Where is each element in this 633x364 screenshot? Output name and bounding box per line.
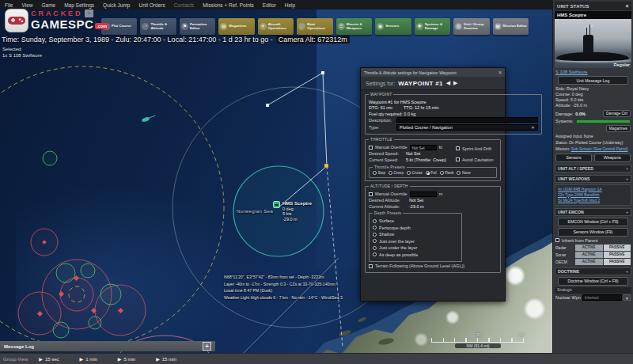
magazines-button[interactable]: ▤ Magazines: [218, 18, 254, 35]
sonar-passive-button[interactable]: PASSIVE: [604, 252, 631, 258]
avoid-cavitation-checkbox[interactable]: [456, 157, 460, 161]
nuclear-weapon-dropdown-icon[interactable]: ▼: [624, 294, 631, 301]
description-input[interactable]: [396, 117, 538, 123]
mounts-weapons-button[interactable]: ☰ Mounts & Weapons: [336, 18, 372, 35]
boat-operations-button[interactable]: ⚓ Boat Operations: [297, 18, 332, 35]
mission-link[interactable]: Sub Screen (Sea Control Patrol): [571, 146, 628, 151]
depth-shallow-radio[interactable]: [373, 233, 377, 237]
preset-flank-radio[interactable]: [440, 171, 444, 175]
sensors-panel-button[interactable]: Sensors: [555, 154, 592, 162]
preset-cruise[interactable]: Cruise: [407, 171, 423, 175]
weapon-link-bandfish[interactable]: 22x Type 2066 Bandfish: [558, 192, 628, 198]
submarine-unit-icon[interactable]: [273, 201, 280, 208]
depth-over-layer-radio[interactable]: [373, 239, 377, 243]
menu-editor[interactable]: Editor: [263, 2, 276, 8]
preset-stop-radio[interactable]: [373, 171, 377, 175]
formation-editor-button[interactable]: ⚑ Formation Editor: [180, 18, 215, 35]
preset-none-label: None: [462, 171, 471, 175]
menu-game[interactable]: Game: [41, 2, 55, 8]
speed-15sec-button[interactable]: ▶ 15 sec: [39, 356, 59, 362]
menu-help[interactable]: Help: [285, 2, 295, 8]
manual-override-speed-checkbox[interactable]: [369, 146, 373, 150]
weapons-panel-button[interactable]: Weapons: [594, 154, 631, 162]
preset-full[interactable]: Full: [426, 171, 437, 175]
prev-waypoint-icon[interactable]: ◀: [446, 80, 450, 86]
override-depth-input[interactable]: [410, 191, 437, 197]
damage-ctrl-button[interactable]: Damage Ctrl: [603, 110, 631, 117]
expand-icon[interactable]: +: [626, 269, 628, 274]
section-unit-emcon[interactable]: UNIT EMCON +: [555, 208, 631, 216]
expand-icon[interactable]: +: [626, 210, 628, 214]
manual-override-depth-checkbox[interactable]: [369, 192, 373, 196]
section-doctrine[interactable]: DOCTRINE +: [555, 267, 631, 275]
magazines-button[interactable]: Magazines: [606, 125, 631, 132]
weapon-link-harpoon[interactable]: 4x UGM-84B Harpoon 1A: [558, 187, 628, 192]
emcon-window-button[interactable]: EMCON Window (Ctrl + F9): [558, 218, 628, 226]
preset-none[interactable]: None: [457, 171, 470, 175]
section-unit-alt-speed[interactable]: UNIT ALT / SPEED +: [555, 165, 631, 173]
message-log-bar[interactable]: Message Log +: [0, 341, 215, 351]
preset-none-radio[interactable]: [457, 171, 461, 175]
depth-deep-radio[interactable]: [373, 252, 377, 256]
chevron-down-icon: ▼: [531, 125, 535, 130]
expand-icon[interactable]: +: [626, 176, 628, 181]
sensors-button[interactable]: ◉ Sensors: [375, 18, 411, 35]
systems-damage-button[interactable]: ✚ Systems & Damage: [415, 18, 450, 35]
preset-full-radio[interactable]: [426, 171, 430, 175]
depth-periscope[interactable]: Periscope depth: [373, 226, 458, 230]
throttle-altitude-button[interactable]: ◔ Throttle & Altitude: [140, 18, 176, 35]
depth-surface[interactable]: Surface: [373, 218, 458, 223]
depth-deep[interactable]: As deep as possible: [373, 252, 458, 257]
dialog-close-icon[interactable]: ×: [498, 70, 502, 75]
preset-stop[interactable]: Stop: [373, 171, 385, 175]
dialog-title-bar[interactable]: Throttle & Altitude settings for Navigat…: [361, 68, 505, 77]
sonar-active-button[interactable]: ACTIVE: [575, 252, 603, 258]
panel-close-icon[interactable]: ×: [626, 3, 629, 9]
depth-under-layer[interactable]: Just under the layer: [373, 245, 458, 250]
terrain-following-checkbox[interactable]: [369, 264, 373, 268]
speed-5min-button[interactable]: ▶ 5 min: [118, 356, 135, 362]
preset-creep-radio[interactable]: [389, 171, 392, 175]
aircraft-operations-button[interactable]: ✈ Aircraft Operations: [258, 18, 294, 35]
depth-over-layer[interactable]: Just over the layer: [373, 239, 458, 244]
radar-passive-button[interactable]: PASSIVE: [604, 245, 631, 251]
menu-quick-jump[interactable]: Quick Jump: [103, 2, 130, 8]
next-waypoint-icon[interactable]: ▶: [453, 80, 457, 86]
preset-cruise-radio[interactable]: [407, 171, 411, 175]
expand-icon[interactable]: +: [626, 166, 628, 171]
unit-group-doctrine-button[interactable]: ▥ Unit / Group Doctrine: [453, 18, 489, 35]
sensors-window-button[interactable]: Sensors Window (F9): [558, 228, 628, 237]
preset-creep[interactable]: Creep: [389, 171, 404, 175]
friendly-contact-marker[interactable]: [141, 116, 155, 123]
depth-under-layer-radio[interactable]: [373, 246, 377, 250]
preset-flank[interactable]: Flank: [440, 171, 454, 175]
speed-1min-button[interactable]: ▶ 1 min: [80, 356, 97, 362]
sprint-drift-checkbox[interactable]: [456, 146, 460, 150]
waypoint-markers[interactable]: [266, 71, 328, 168]
inherit-from-parent-checkbox[interactable]: [555, 238, 559, 242]
depth-surface-radio[interactable]: [373, 219, 377, 223]
depth-shallow[interactable]: Shallow: [373, 232, 458, 237]
menu-map-settings[interactable]: Map Settings: [64, 2, 94, 8]
override-speed-input[interactable]: Not Set: [410, 145, 437, 150]
menu-missions-ref-points[interactable]: Missions + Ref. Points: [203, 2, 253, 8]
doctrine-window-button[interactable]: Doctrine Window (Ctrl + F8): [558, 277, 628, 286]
message-log-expand-icon[interactable]: +: [203, 342, 211, 351]
speed-15min-button[interactable]: ▶ 15 min: [156, 356, 176, 362]
selected-unit-marker[interactable]: HMS Sceptre 0 deg 5 kts -29.0 m: [273, 201, 312, 222]
menu-view[interactable]: View: [21, 2, 32, 8]
radar-active-button[interactable]: ACTIVE: [575, 245, 603, 251]
section-unit-weapons[interactable]: UNIT WEAPONS +: [555, 175, 631, 183]
depth-periscope-radio[interactable]: [373, 226, 377, 229]
mission-editor-button[interactable]: ▦ Mission Editor: [493, 18, 529, 35]
class-link[interactable]: S 108 Swiftsure: [555, 70, 631, 74]
menu-file[interactable]: File: [5, 2, 13, 8]
menu-unit-orders[interactable]: Unit Orders: [138, 2, 165, 8]
unit-status-header[interactable]: UNIT STATUS ×: [555, 2, 631, 10]
oecm-passive-button[interactable]: PASSIVE: [604, 259, 631, 265]
waypoint-type-dropdown[interactable]: Plotted Course / Navigation ▼: [396, 124, 538, 131]
weapon-link-tigerfish[interactable]: 5x Mk24 Tigerfish Mod 2: [558, 198, 628, 203]
oecm-active-button[interactable]: ACTIVE: [575, 259, 603, 265]
menu-contacts[interactable]: Contacts: [174, 2, 195, 8]
unit-message-log-button[interactable]: Unit Message Log: [558, 76, 628, 85]
